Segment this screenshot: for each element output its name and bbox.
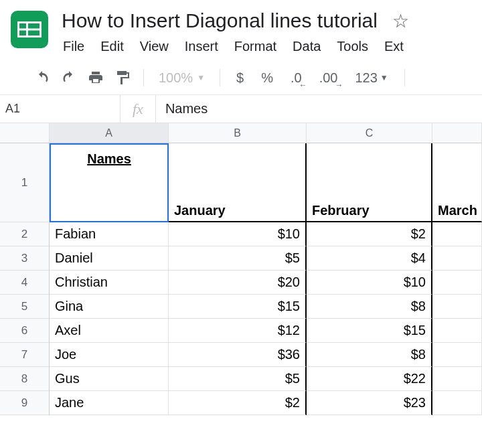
cell-C3[interactable]: $4 [307, 246, 432, 271]
row-header[interactable]: 7 [0, 343, 50, 367]
redo-icon[interactable] [60, 69, 78, 86]
row-8: 8 Gus $5 $22 [0, 367, 482, 391]
cell-D7[interactable] [432, 343, 482, 367]
row-5: 5 Gina $15 $8 [0, 295, 482, 319]
cell-D9[interactable] [432, 391, 482, 415]
formula-bar: A1 fx Names [0, 95, 482, 123]
toolbar: 100% ▼ $ % .0← .00→ 123 ▼ [0, 62, 482, 95]
row-header[interactable]: 1 [0, 143, 50, 222]
row-9: 9 Jane $2 $23 [0, 391, 482, 415]
separator [143, 69, 144, 86]
cell-B5[interactable]: $15 [169, 295, 307, 319]
spreadsheet-grid: A B C 1 Names January February March 2 F… [0, 123, 482, 415]
col-header-C[interactable]: C [307, 123, 432, 143]
cell-B1[interactable]: January [169, 143, 307, 222]
chevron-down-icon: ▼ [380, 73, 388, 82]
formula-input[interactable]: Names [156, 101, 482, 117]
cell-A9[interactable]: Jane [50, 391, 169, 415]
format-currency[interactable]: $ [232, 70, 248, 86]
increase-decimal[interactable]: .00→ [315, 70, 342, 86]
decrease-decimal[interactable]: .0← [287, 70, 306, 86]
row-2: 2 Fabian $10 $2 [0, 222, 482, 246]
name-box[interactable]: A1 [0, 95, 120, 123]
menu-edit[interactable]: Edit [100, 39, 123, 54]
menu-view[interactable]: View [140, 39, 169, 54]
cell-D8[interactable] [432, 367, 482, 391]
cell-D3[interactable] [432, 246, 482, 271]
row-1: 1 Names January February March [0, 143, 482, 222]
col-header-A[interactable]: A [50, 123, 169, 143]
row-header[interactable]: 6 [0, 319, 50, 343]
menu-format[interactable]: Format [234, 39, 276, 54]
row-3: 3 Daniel $5 $4 [0, 246, 482, 271]
menu-tools[interactable]: Tools [337, 39, 368, 54]
undo-icon[interactable] [33, 69, 51, 86]
menu-data[interactable]: Data [293, 39, 321, 54]
cell-B8[interactable]: $5 [169, 367, 307, 391]
cell-A3[interactable]: Daniel [50, 246, 169, 271]
cell-C5[interactable]: $8 [307, 295, 432, 319]
cell-B6[interactable]: $12 [169, 319, 307, 343]
cell-B7[interactable]: $36 [169, 343, 307, 367]
col-header-D[interactable] [432, 123, 482, 143]
cell-C1[interactable]: February [307, 143, 432, 222]
select-all-corner[interactable] [0, 123, 50, 143]
cell-A5[interactable]: Gina [50, 295, 169, 319]
menu-bar: File Edit View Insert Format Data Tools … [62, 32, 475, 62]
cell-A8[interactable]: Gus [50, 367, 169, 391]
cell-B9[interactable]: $2 [169, 391, 307, 415]
cell-A2[interactable]: Fabian [50, 222, 169, 246]
menu-insert[interactable]: Insert [185, 39, 218, 54]
cell-A7[interactable]: Joe [50, 343, 169, 367]
cell-D5[interactable] [432, 295, 482, 319]
star-icon[interactable]: ☆ [392, 10, 409, 32]
cell-D4[interactable] [432, 271, 482, 295]
cell-A1[interactable]: Names [50, 143, 169, 222]
row-header[interactable]: 4 [0, 271, 50, 295]
row-4: 4 Christian $20 $10 [0, 271, 482, 295]
row-7: 7 Joe $36 $8 [0, 343, 482, 367]
cell-C9[interactable]: $23 [307, 391, 432, 415]
app-header: How to Insert Diagonal lines tutorial ☆ … [0, 0, 482, 62]
cell-A6[interactable]: Axel [50, 319, 169, 343]
menu-extensions[interactable]: Ext [384, 39, 404, 54]
fx-label: fx [120, 95, 156, 123]
paint-format-icon[interactable] [114, 69, 131, 86]
row-6: 6 Axel $12 $15 [0, 319, 482, 343]
cell-C6[interactable]: $15 [307, 319, 432, 343]
col-header-B[interactable]: B [169, 123, 307, 143]
cell-D6[interactable] [432, 319, 482, 343]
row-header[interactable]: 5 [0, 295, 50, 319]
zoom-select[interactable]: 100% ▼ [156, 70, 208, 86]
cell-D1[interactable]: March [432, 143, 482, 222]
row-header[interactable]: 2 [0, 222, 50, 246]
row-header[interactable]: 9 [0, 391, 50, 415]
format-percent[interactable]: % [257, 70, 277, 86]
separator [220, 69, 220, 86]
zoom-value: 100% [159, 70, 193, 86]
doc-title[interactable]: How to Insert Diagonal lines tutorial [62, 9, 378, 32]
menu-file[interactable]: File [63, 39, 84, 54]
print-icon[interactable] [87, 69, 104, 86]
number-format[interactable]: 123 ▼ [351, 70, 392, 86]
cell-C2[interactable]: $2 [307, 222, 432, 246]
separator [404, 69, 405, 86]
column-headers: A B C [0, 123, 482, 143]
cell-C4[interactable]: $10 [307, 271, 432, 295]
cell-A1-text: Names [87, 151, 131, 167]
cell-B4[interactable]: $20 [169, 271, 307, 295]
cell-A4[interactable]: Christian [50, 271, 169, 295]
cell-C7[interactable]: $8 [307, 343, 432, 367]
row-header[interactable]: 3 [0, 246, 50, 271]
sheets-logo [11, 11, 48, 48]
cell-B2[interactable]: $10 [169, 222, 307, 246]
row-header[interactable]: 8 [0, 367, 50, 391]
cell-D2[interactable] [432, 222, 482, 246]
cell-B3[interactable]: $5 [169, 246, 307, 271]
chevron-down-icon: ▼ [197, 73, 205, 82]
cell-C8[interactable]: $22 [307, 367, 432, 391]
